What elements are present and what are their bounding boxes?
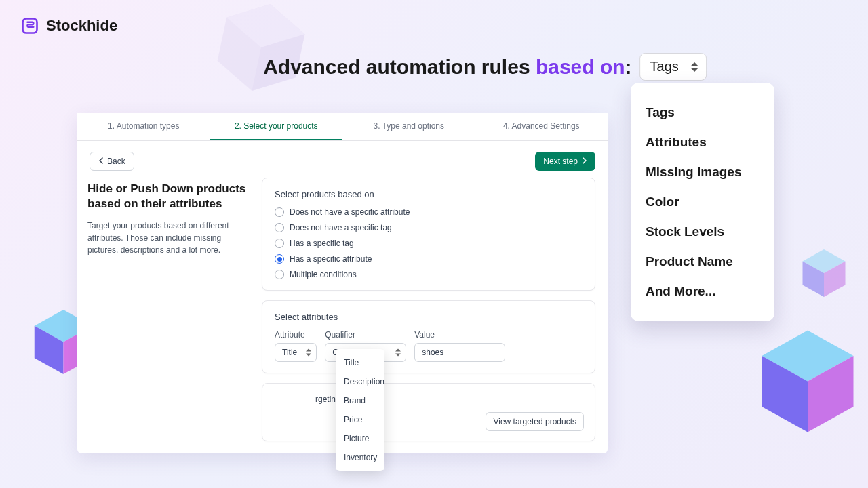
svg-marker-11 [808,356,854,432]
radio-icon [275,254,284,264]
brand-name: Stockhide [46,17,117,35]
wizard-tabs: 1. Automation types 2. Select your produ… [77,113,608,141]
value-label: Value [414,330,505,340]
select-icon [306,349,312,357]
select-based-on-panel: Select products based on Does not have a… [262,178,595,291]
radio-icon [275,207,284,217]
targeting-summary-panel: rgeting is selecting View targeted produ… [262,383,595,441]
svg-marker-8 [824,262,846,298]
tab-select-products[interactable]: 2. Select your products [210,113,343,140]
attribute-option-brand[interactable]: Brand [336,391,384,410]
radio-label: Multiple conditions [290,270,357,279]
tab-type-options[interactable]: 3. Type and options [342,113,475,140]
hero-accent: based on [536,56,625,78]
value-input[interactable]: shoes [414,343,505,362]
svg-marker-6 [803,249,846,273]
tab-automation-types[interactable]: 1. Automation types [77,113,210,140]
view-targeted-products-button[interactable]: View targeted products [486,412,584,431]
attribute-option-price[interactable]: Price [336,410,384,429]
radio-has-attribute[interactable]: Has a specific attribute [275,254,583,264]
attribute-option-description[interactable]: Description [336,372,384,391]
dropdown-option-attributes[interactable]: Attributes [646,127,760,157]
radio-icon [275,239,284,248]
view-button-label: View targeted products [493,417,576,426]
decorative-cube [757,325,859,437]
svg-marker-9 [762,331,854,382]
attribute-option-picture[interactable]: Picture [336,429,384,448]
attribute-select[interactable]: Title [275,343,317,362]
attribute-dropdown-menu: Title Description Brand Price Picture In… [336,349,384,471]
dropdown-option-color[interactable]: Color [646,187,760,217]
dropdown-option-missing-images[interactable]: Missing Images [646,157,760,187]
radio-label: Does not have a specific tag [290,223,392,232]
decorative-cube [800,247,848,300]
next-button-label: Next step [543,157,578,166]
radio-multiple[interactable]: Multiple conditions [275,270,583,279]
panel-title: Select products based on [275,189,583,199]
logo-icon [20,16,39,35]
radio-icon [275,223,284,232]
svg-marker-0 [213,0,309,99]
qualifier-label: Qualifier [325,330,406,340]
hero-suffix: : [625,56,632,78]
radio-no-attribute[interactable]: Does not have a specific attribute [275,207,583,217]
basis-dropdown-value: Tags [650,59,679,75]
chevron-right-icon [582,157,587,166]
radio-no-tag[interactable]: Does not have a specific tag [275,223,583,232]
basis-dropdown-menu: Tags Attributes Missing Images Color Sto… [631,83,774,321]
hero-title: Advanced automation rules based on: Tags [263,53,707,81]
attribute-select-value: Title [282,348,297,357]
dropdown-option-product-name[interactable]: Product Name [646,247,760,277]
hero-prefix: Advanced automation rules [263,56,536,78]
radio-has-tag[interactable]: Has a specific tag [275,239,583,248]
svg-rect-12 [23,19,37,33]
brand-logo: Stockhide [20,16,117,35]
svg-marker-1 [222,0,309,56]
svg-marker-4 [35,326,64,374]
tab-advanced-settings[interactable]: 4. Advanced Settings [475,113,608,140]
attribute-option-inventory[interactable]: Inventory [336,448,384,467]
basis-dropdown[interactable]: Tags [640,53,707,81]
page-description: Target your products based on different … [87,220,247,256]
back-button[interactable]: Back [90,152,134,171]
page-title: Hide or Push Down products based on thei… [87,182,247,211]
svg-marker-10 [762,356,808,432]
value-input-text: shoes [422,348,443,357]
attribute-option-title[interactable]: Title [336,353,384,372]
radio-icon [275,270,284,279]
back-button-label: Back [107,157,125,166]
dropdown-option-stock-levels[interactable]: Stock Levels [646,217,760,247]
select-attributes-panel: Select attributes Attribute Title Qualif… [262,300,595,373]
radio-label: Does not have a specific attribute [290,207,410,217]
attribute-label: Attribute [275,330,317,340]
radio-label: Has a specific attribute [290,254,372,264]
radio-label: Has a specific tag [290,239,354,248]
svg-marker-7 [803,262,825,298]
next-step-button[interactable]: Next step [535,152,595,171]
panel-title: Select attributes [275,312,583,322]
select-icon [395,349,401,357]
dropdown-option-tags[interactable]: Tags [646,98,760,127]
select-icon [691,62,699,72]
dropdown-option-more[interactable]: And More... [646,277,760,306]
chevron-left-icon [98,157,104,166]
